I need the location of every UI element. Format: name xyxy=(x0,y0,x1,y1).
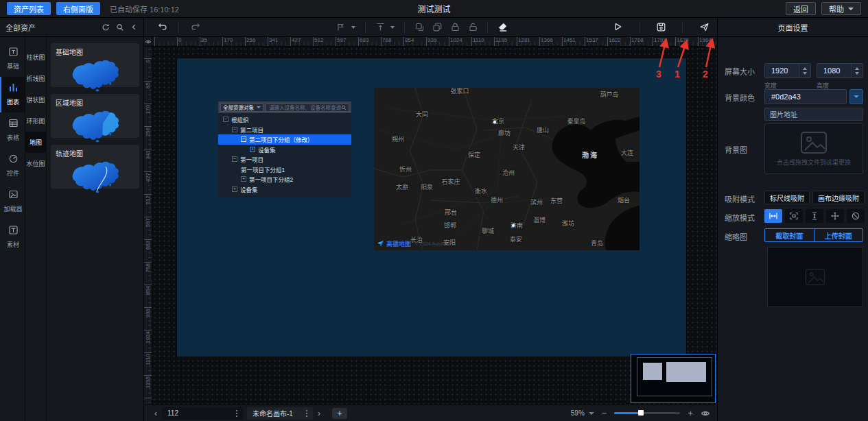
page-tab[interactable]: 未命名画布-1 xyxy=(247,407,313,420)
back-button[interactable]: 返回 xyxy=(786,2,816,15)
zoom-out-icon[interactable]: − xyxy=(602,408,607,418)
tree-node-label: 第一项目下分组2 xyxy=(249,175,293,183)
bg-color-picker-button[interactable] xyxy=(849,89,863,104)
zoom-slider[interactable] xyxy=(614,412,680,414)
eraser-icon[interactable] xyxy=(495,20,510,35)
chart-type-item[interactable]: 环形图 xyxy=(25,110,46,132)
vertical-ruler[interactable]: 0851702563414275125976837688549391024111… xyxy=(144,47,152,405)
kebab-menu-icon[interactable] xyxy=(306,413,307,414)
category-gauge[interactable]: 控件 xyxy=(0,148,25,184)
tree-node[interactable]: −第二项目下分组（修改） xyxy=(218,134,351,145)
component-card-title: 区域地图 xyxy=(56,97,134,108)
component-card[interactable]: 基础地图 xyxy=(51,43,139,87)
chart-type-item[interactable]: 水位图 xyxy=(25,153,46,174)
tree-node[interactable]: −根组织 xyxy=(218,115,351,125)
bg-image-dropzone[interactable]: 点击或拖拽文件到这里更换 xyxy=(764,123,863,174)
canvas-viewport[interactable]: 全部资源对象 请输入设备名称、设备名称查询 −根组织−第二项目−第二项目下分组（… xyxy=(152,47,717,405)
ruler-tick-label: 427 xyxy=(145,173,151,182)
asset-list-button[interactable]: 资产列表 xyxy=(7,2,51,15)
scale-mode-free-move[interactable] xyxy=(826,209,844,223)
prev-page-icon[interactable]: ‹ xyxy=(150,409,162,418)
tree-node[interactable]: +第一项目下分组2 xyxy=(218,174,351,184)
scale-mode-fit-height[interactable] xyxy=(806,209,823,223)
chart-type-item[interactable]: 折线图 xyxy=(25,68,46,89)
right-panel-button[interactable]: 右侧面版 xyxy=(56,2,100,15)
city-label: 烟台 xyxy=(618,195,630,204)
tree-node[interactable]: −第一项目 xyxy=(218,154,351,165)
lock-icon[interactable] xyxy=(447,20,462,35)
next-page-icon[interactable]: › xyxy=(313,409,325,418)
horizontal-ruler[interactable]: 0851702563414275125976837688549391024111… xyxy=(152,37,717,47)
upload-cover-button[interactable]: 上传封面 xyxy=(814,229,863,241)
chevron-down-icon[interactable] xyxy=(351,26,355,29)
publish-icon[interactable] xyxy=(696,20,712,35)
component-card[interactable]: 区域地图 xyxy=(51,94,139,138)
page-tab[interactable]: 112 xyxy=(162,407,243,420)
tree-node[interactable]: 第一项目下分组1 xyxy=(218,165,351,175)
category-image[interactable]: 加载器 xyxy=(0,184,25,219)
kebab-menu-icon[interactable] xyxy=(236,413,237,414)
zoom-level-select[interactable]: 59% xyxy=(571,409,594,417)
scale-mode-fit-screen[interactable] xyxy=(785,209,803,223)
bg-image-url-input[interactable]: 图片地址 xyxy=(764,108,863,121)
redo-icon[interactable] xyxy=(187,20,202,35)
map-widget[interactable]: 张家口葫芦岛大同北京秦皇岛唐山廊坊朔州天津保定渤海大连忻州沧州石家庄太原阳泉衡水… xyxy=(374,88,640,250)
minimap[interactable] xyxy=(631,354,716,403)
artboard[interactable]: 全部资源对象 请输入设备名称、设备名称查询 −根组织−第二项目−第二项目下分组（… xyxy=(177,58,686,357)
ruler-visibility-icon[interactable] xyxy=(144,37,152,47)
capture-cover-button[interactable]: 截取封面 xyxy=(765,229,814,241)
page-tab-label: 112 xyxy=(167,409,178,417)
group-icon[interactable] xyxy=(412,20,427,35)
ruler-tick-label: 1024 xyxy=(450,37,462,43)
snap-edge-label: 画布边缘吸附 xyxy=(818,193,859,203)
undo-icon[interactable] xyxy=(155,20,170,35)
align-vertical-icon[interactable] xyxy=(373,20,388,35)
tree-search-input[interactable]: 请输入设备名称、设备名称查询 xyxy=(266,104,349,112)
chevron-down-icon[interactable] xyxy=(390,26,395,29)
component-card[interactable]: 轨迹地图 xyxy=(51,145,139,189)
collapse-icon[interactable]: − xyxy=(232,127,237,132)
visibility-eye-icon[interactable] xyxy=(701,409,710,418)
add-page-button[interactable]: + xyxy=(332,408,347,419)
width-stepper[interactable] xyxy=(799,64,810,77)
tree-filter-select[interactable]: 全部资源对象 xyxy=(220,104,263,112)
expand-icon[interactable]: + xyxy=(232,187,237,192)
expand-icon[interactable]: + xyxy=(241,176,246,182)
collapse-icon[interactable]: − xyxy=(223,117,228,122)
unlock-icon[interactable] xyxy=(465,20,480,35)
snap-ruler-button[interactable]: 标尺线吸附 xyxy=(764,191,810,204)
category-bar-chart[interactable]: 图表 xyxy=(0,77,25,112)
bg-color-input[interactable]: #0d2a43 xyxy=(764,89,847,104)
category-table[interactable]: 表格 xyxy=(0,112,25,148)
tree-node[interactable]: +设备集 xyxy=(218,145,351,155)
save-snapshot-icon[interactable] xyxy=(653,20,668,35)
chart-type-item[interactable]: 柱状图 xyxy=(25,47,46,68)
duplicate-icon[interactable] xyxy=(430,20,445,35)
category-text-frame[interactable]: 基础 xyxy=(0,41,25,77)
align-horizontal-icon[interactable] xyxy=(333,20,349,35)
refresh-icon[interactable] xyxy=(102,23,110,32)
image-placeholder-icon xyxy=(800,131,828,154)
preview-play-icon[interactable] xyxy=(610,20,625,35)
chart-type-item[interactable]: 地图 xyxy=(25,132,46,153)
device-tree-widget[interactable]: 全部资源对象 请输入设备名称、设备名称查询 −根组织−第二项目−第二项目下分组（… xyxy=(218,101,351,197)
zoom-in-icon[interactable]: + xyxy=(688,408,693,418)
zoom-slider-handle[interactable] xyxy=(638,410,644,416)
snap-edge-button[interactable]: 画布边缘吸附 xyxy=(812,191,865,204)
collapse-icon[interactable]: − xyxy=(232,156,237,162)
expand-icon[interactable]: + xyxy=(250,147,255,152)
height-stepper[interactable] xyxy=(851,64,863,77)
china-map-thumbnail xyxy=(56,159,134,193)
chart-type-item[interactable]: 饼状图 xyxy=(25,89,46,110)
scale-mode-fit-width[interactable] xyxy=(764,209,782,223)
screen-width-input[interactable]: 1920 xyxy=(764,63,811,78)
screen-height-input[interactable]: 1080 xyxy=(817,63,863,78)
collapse-panel-icon[interactable] xyxy=(130,23,138,31)
category-material[interactable]: 素材 xyxy=(0,219,25,255)
collapse-icon[interactable]: − xyxy=(241,136,246,142)
tree-node[interactable]: +设备集 xyxy=(218,184,351,195)
tree-node[interactable]: −第二项目 xyxy=(218,125,351,135)
search-icon[interactable] xyxy=(116,23,124,32)
scale-mode-no-scale[interactable] xyxy=(847,209,865,223)
help-button[interactable]: 帮助 xyxy=(821,2,861,15)
